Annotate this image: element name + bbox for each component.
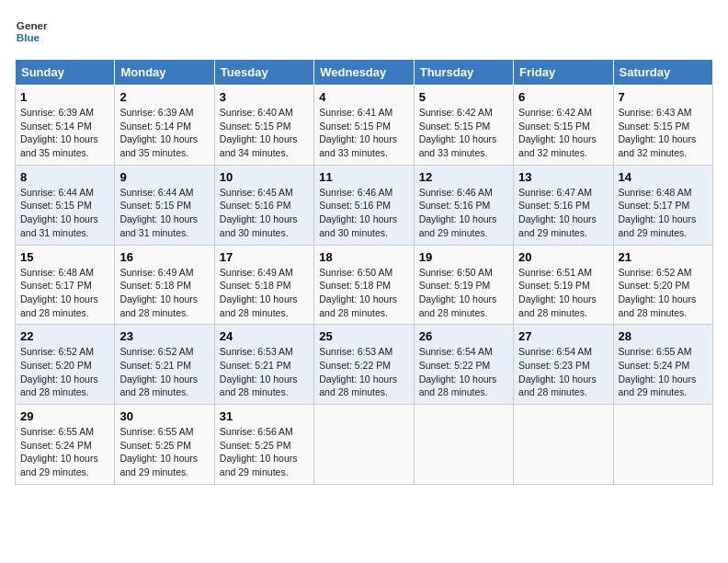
calendar-cell: 18Sunrise: 6:50 AM Sunset: 5:18 PM Dayli… — [314, 245, 414, 325]
calendar-week-2: 15Sunrise: 6:48 AM Sunset: 5:17 PM Dayli… — [16, 245, 713, 325]
day-detail: Sunrise: 6:40 AM Sunset: 5:15 PM Dayligh… — [220, 106, 309, 160]
day-number: 6 — [518, 90, 608, 104]
day-number: 21 — [619, 250, 708, 264]
day-detail: Sunrise: 6:41 AM Sunset: 5:15 PM Dayligh… — [319, 106, 408, 160]
day-detail: Sunrise: 6:53 AM Sunset: 5:21 PM Dayligh… — [220, 345, 309, 399]
calendar-cell: 17Sunrise: 6:49 AM Sunset: 5:18 PM Dayli… — [214, 245, 313, 325]
calendar-cell — [414, 405, 513, 485]
header-saturday: Saturday — [613, 60, 712, 86]
day-detail: Sunrise: 6:49 AM Sunset: 5:18 PM Dayligh… — [220, 266, 309, 320]
day-number: 8 — [20, 170, 109, 184]
calendar-cell: 29Sunrise: 6:55 AM Sunset: 5:24 PM Dayli… — [16, 405, 115, 485]
calendar-week-4: 29Sunrise: 6:55 AM Sunset: 5:24 PM Dayli… — [16, 405, 713, 485]
calendar-cell: 28Sunrise: 6:55 AM Sunset: 5:24 PM Dayli… — [613, 325, 712, 405]
calendar-week-3: 22Sunrise: 6:52 AM Sunset: 5:20 PM Dayli… — [16, 325, 713, 405]
calendar-cell: 1Sunrise: 6:39 AM Sunset: 5:14 PM Daylig… — [16, 86, 115, 166]
day-number: 26 — [419, 329, 508, 343]
day-number: 22 — [20, 329, 109, 343]
day-detail: Sunrise: 6:53 AM Sunset: 5:22 PM Dayligh… — [319, 345, 408, 399]
day-number: 10 — [220, 170, 309, 184]
svg-text:General: General — [17, 19, 48, 31]
day-number: 3 — [220, 90, 309, 104]
calendar-cell: 20Sunrise: 6:51 AM Sunset: 5:19 PM Dayli… — [514, 245, 613, 325]
day-detail: Sunrise: 6:42 AM Sunset: 5:15 PM Dayligh… — [419, 106, 508, 160]
calendar-cell: 10Sunrise: 6:45 AM Sunset: 5:16 PM Dayli… — [214, 165, 313, 245]
day-number: 18 — [319, 250, 408, 264]
day-number: 12 — [419, 170, 508, 184]
calendar-cell: 12Sunrise: 6:46 AM Sunset: 5:16 PM Dayli… — [414, 165, 513, 245]
calendar-cell: 21Sunrise: 6:52 AM Sunset: 5:20 PM Dayli… — [613, 245, 712, 325]
calendar-cell — [613, 405, 712, 485]
day-number: 5 — [419, 90, 508, 104]
day-detail: Sunrise: 6:52 AM Sunset: 5:21 PM Dayligh… — [119, 345, 209, 399]
day-detail: Sunrise: 6:44 AM Sunset: 5:15 PM Dayligh… — [119, 186, 209, 240]
calendar-cell: 16Sunrise: 6:49 AM Sunset: 5:18 PM Dayli… — [115, 245, 214, 325]
day-number: 15 — [20, 250, 109, 264]
day-number: 28 — [619, 329, 708, 343]
day-detail: Sunrise: 6:49 AM Sunset: 5:18 PM Dayligh… — [119, 266, 209, 320]
day-number: 25 — [319, 329, 408, 343]
logo: General Blue — [15, 15, 51, 48]
day-detail: Sunrise: 6:55 AM Sunset: 5:24 PM Dayligh… — [619, 345, 708, 399]
day-detail: Sunrise: 6:48 AM Sunset: 5:17 PM Dayligh… — [619, 186, 708, 240]
day-detail: Sunrise: 6:42 AM Sunset: 5:15 PM Dayligh… — [518, 106, 608, 160]
calendar-cell — [514, 405, 613, 485]
logo-icon: General Blue — [15, 15, 48, 48]
day-number: 23 — [119, 329, 209, 343]
svg-text:Blue: Blue — [17, 31, 40, 43]
calendar-cell: 9Sunrise: 6:44 AM Sunset: 5:15 PM Daylig… — [115, 165, 214, 245]
day-number: 24 — [220, 329, 309, 343]
day-number: 9 — [119, 170, 209, 184]
day-detail: Sunrise: 6:43 AM Sunset: 5:15 PM Dayligh… — [619, 106, 708, 160]
day-number: 16 — [119, 250, 209, 264]
calendar-cell: 19Sunrise: 6:50 AM Sunset: 5:19 PM Dayli… — [414, 245, 513, 325]
day-detail: Sunrise: 6:55 AM Sunset: 5:24 PM Dayligh… — [20, 425, 109, 479]
day-number: 11 — [319, 170, 408, 184]
day-detail: Sunrise: 6:54 AM Sunset: 5:23 PM Dayligh… — [518, 345, 608, 399]
calendar-cell: 26Sunrise: 6:54 AM Sunset: 5:22 PM Dayli… — [414, 325, 513, 405]
day-number: 19 — [419, 250, 508, 264]
day-detail: Sunrise: 6:39 AM Sunset: 5:14 PM Dayligh… — [119, 106, 209, 160]
day-detail: Sunrise: 6:48 AM Sunset: 5:17 PM Dayligh… — [20, 266, 109, 320]
calendar-week-1: 8Sunrise: 6:44 AM Sunset: 5:15 PM Daylig… — [16, 165, 713, 245]
calendar-header-row: SundayMondayTuesdayWednesdayThursdayFrid… — [16, 60, 713, 86]
calendar-cell: 2Sunrise: 6:39 AM Sunset: 5:14 PM Daylig… — [115, 86, 214, 166]
calendar-cell: 13Sunrise: 6:47 AM Sunset: 5:16 PM Dayli… — [514, 165, 613, 245]
day-detail: Sunrise: 6:44 AM Sunset: 5:15 PM Dayligh… — [20, 186, 109, 240]
calendar-table: SundayMondayTuesdayWednesdayThursdayFrid… — [15, 59, 713, 485]
day-detail: Sunrise: 6:46 AM Sunset: 5:16 PM Dayligh… — [419, 186, 508, 240]
calendar-cell: 30Sunrise: 6:55 AM Sunset: 5:25 PM Dayli… — [115, 405, 214, 485]
day-number: 20 — [518, 250, 608, 264]
calendar-cell: 3Sunrise: 6:40 AM Sunset: 5:15 PM Daylig… — [214, 86, 313, 166]
day-detail: Sunrise: 6:50 AM Sunset: 5:18 PM Dayligh… — [319, 266, 408, 320]
calendar-cell: 31Sunrise: 6:56 AM Sunset: 5:25 PM Dayli… — [214, 405, 313, 485]
page-header: General Blue — [15, 15, 713, 48]
day-number: 7 — [619, 90, 708, 104]
calendar-cell: 24Sunrise: 6:53 AM Sunset: 5:21 PM Dayli… — [214, 325, 313, 405]
calendar-cell: 5Sunrise: 6:42 AM Sunset: 5:15 PM Daylig… — [414, 86, 513, 166]
header-tuesday: Tuesday — [214, 60, 313, 86]
day-detail: Sunrise: 6:51 AM Sunset: 5:19 PM Dayligh… — [518, 266, 608, 320]
day-detail: Sunrise: 6:54 AM Sunset: 5:22 PM Dayligh… — [419, 345, 508, 399]
calendar-cell: 27Sunrise: 6:54 AM Sunset: 5:23 PM Dayli… — [514, 325, 613, 405]
header-thursday: Thursday — [414, 60, 513, 86]
day-number: 1 — [20, 90, 109, 104]
day-number: 4 — [319, 90, 408, 104]
header-sunday: Sunday — [16, 60, 115, 86]
calendar-cell — [314, 405, 414, 485]
day-number: 13 — [518, 170, 608, 184]
day-detail: Sunrise: 6:56 AM Sunset: 5:25 PM Dayligh… — [220, 425, 309, 479]
day-detail: Sunrise: 6:50 AM Sunset: 5:19 PM Dayligh… — [419, 266, 508, 320]
day-detail: Sunrise: 6:52 AM Sunset: 5:20 PM Dayligh… — [619, 266, 708, 320]
day-number: 14 — [619, 170, 708, 184]
calendar-cell: 25Sunrise: 6:53 AM Sunset: 5:22 PM Dayli… — [314, 325, 414, 405]
day-number: 29 — [20, 409, 109, 423]
calendar-cell: 11Sunrise: 6:46 AM Sunset: 5:16 PM Dayli… — [314, 165, 414, 245]
header-monday: Monday — [115, 60, 214, 86]
calendar-cell: 23Sunrise: 6:52 AM Sunset: 5:21 PM Dayli… — [115, 325, 214, 405]
day-detail: Sunrise: 6:47 AM Sunset: 5:16 PM Dayligh… — [518, 186, 608, 240]
day-number: 17 — [220, 250, 309, 264]
day-number: 31 — [220, 409, 309, 423]
day-number: 27 — [518, 329, 608, 343]
day-detail: Sunrise: 6:55 AM Sunset: 5:25 PM Dayligh… — [119, 425, 209, 479]
